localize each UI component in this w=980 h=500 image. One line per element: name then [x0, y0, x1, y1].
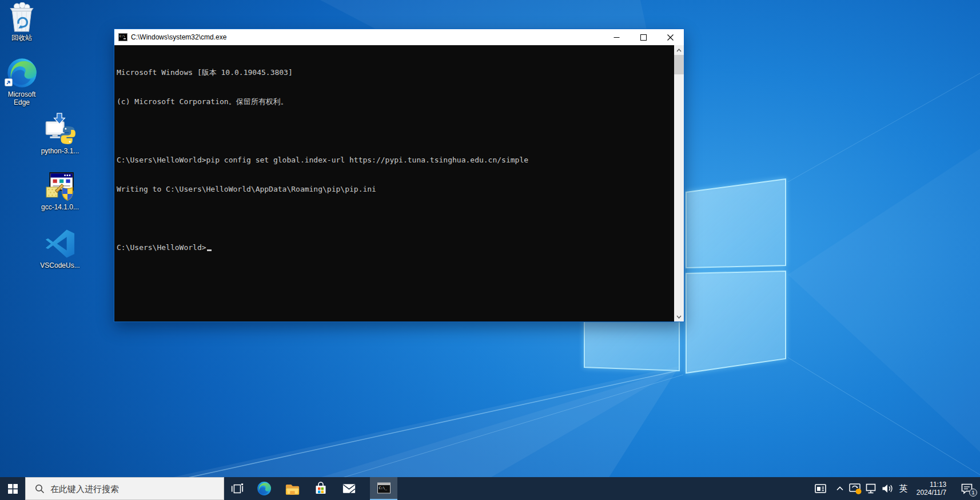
- system-tray: 英 11:13 2024/11/7 1: [808, 477, 980, 500]
- desktop-icon-label: python-3.1...: [38, 147, 82, 155]
- scrollbar-thumb[interactable]: [674, 55, 684, 74]
- terminal-output[interactable]: Microsoft Windows [版本 10.0.19045.3803] (…: [114, 45, 674, 322]
- window-title: C:\Windows\system32\cmd.exe: [131, 33, 603, 41]
- window-titlebar[interactable]: C:\ C:\Windows\system32\cmd.exe: [114, 29, 684, 45]
- terminal-prompt: C:\Users\HelloWorld>: [117, 243, 206, 252]
- store-button[interactable]: [307, 477, 334, 500]
- desktop-icon-python-installer[interactable]: python-3.1...: [38, 112, 82, 155]
- chevron-up-icon: [835, 484, 844, 493]
- edge-icon: [257, 481, 272, 496]
- desktop-icon-vscode-installer[interactable]: VSCodeUs...: [38, 228, 82, 269]
- svg-text:C:\: C:\: [119, 34, 125, 38]
- show-hidden-icons-button[interactable]: [832, 477, 847, 500]
- terminal-line: [117, 213, 674, 223]
- desktop-icon-label: Microsoft Edge: [0, 90, 43, 106]
- file-explorer-button[interactable]: [278, 477, 306, 500]
- terminal-line: Writing to C:\Users\HelloWorld\AppData\R…: [117, 184, 674, 194]
- taskbar: C:\_: [0, 477, 980, 500]
- maximize-button[interactable]: [630, 29, 657, 45]
- desktop-icon-label: gcc-14.1.0...: [38, 203, 82, 211]
- start-button[interactable]: [0, 477, 25, 500]
- network-button[interactable]: [863, 477, 879, 500]
- desktop-icon-edge[interactable]: Microsoft Edge: [0, 57, 43, 106]
- clock-date: 2024/11/7: [917, 489, 947, 497]
- scrollbar-down-button[interactable]: [674, 312, 684, 322]
- terminal-line: Microsoft Windows [版本 10.0.19045.3803]: [117, 68, 674, 77]
- gcc-installer-icon: [38, 172, 82, 201]
- task-view-icon: [230, 482, 244, 496]
- widgets-icon: [814, 482, 827, 495]
- edge-icon: [0, 57, 43, 89]
- close-button[interactable]: [657, 29, 684, 45]
- terminal-line: C:\Users\HelloWorld>pip config set globa…: [117, 155, 674, 165]
- cmd-app-icon: C:\: [118, 33, 128, 41]
- taskbar-clock[interactable]: 11:13 2024/11/7: [911, 477, 954, 500]
- mail-icon: [341, 482, 357, 495]
- desktop: 回收站: [0, 0, 980, 500]
- store-icon: [313, 481, 328, 496]
- cmd-window: C:\ C:\Windows\system32\cmd.exe Microsof…: [114, 29, 684, 322]
- cmd-icon: C:\_: [377, 482, 391, 494]
- terminal-scrollbar[interactable]: [674, 45, 684, 322]
- taskbar-search-box[interactable]: [25, 477, 224, 500]
- minimize-button[interactable]: [603, 29, 630, 45]
- search-icon: [35, 484, 45, 494]
- action-center-button[interactable]: 1: [954, 477, 980, 500]
- taskbar-edge-button[interactable]: [250, 477, 278, 500]
- ime-indicator[interactable]: 英: [895, 477, 911, 500]
- recycle-bin-icon: [0, 2, 43, 32]
- desktop-icon-gcc-installer[interactable]: gcc-14.1.0...: [38, 172, 82, 211]
- terminal-prompt-line: C:\Users\HelloWorld>: [117, 243, 674, 252]
- volume-button[interactable]: [879, 477, 895, 500]
- taskbar-cmd-button[interactable]: C:\_: [370, 477, 397, 500]
- search-input[interactable]: [50, 484, 188, 494]
- notification-badge: 1: [969, 489, 977, 497]
- scrollbar-up-button[interactable]: [674, 45, 684, 55]
- terminal-line: (c) Microsoft Corporation。保留所有权利。: [117, 97, 674, 106]
- shortcut-arrow-icon: [5, 78, 13, 89]
- widgets-button[interactable]: [808, 477, 832, 500]
- volume-icon: [881, 483, 894, 494]
- vscode-icon: [38, 228, 82, 260]
- python-installer-icon: [38, 112, 82, 145]
- desktop-icon-label: VSCodeUs...: [38, 261, 82, 269]
- terminal-cursor: [207, 249, 212, 251]
- sync-status-button[interactable]: [847, 477, 863, 500]
- file-explorer-icon: [285, 482, 300, 496]
- clock-time: 11:13: [917, 481, 947, 489]
- windows-logo-icon: [8, 484, 18, 494]
- mail-button[interactable]: [335, 477, 362, 500]
- sync-status-icon: [848, 482, 862, 495]
- network-icon: [865, 482, 878, 495]
- desktop-icon-recycle-bin[interactable]: 回收站: [0, 2, 43, 42]
- desktop-icon-label: 回收站: [0, 34, 43, 42]
- terminal-line: [117, 126, 674, 136]
- svg-text:C:\_: C:\_: [379, 486, 387, 490]
- task-view-button[interactable]: [223, 477, 250, 500]
